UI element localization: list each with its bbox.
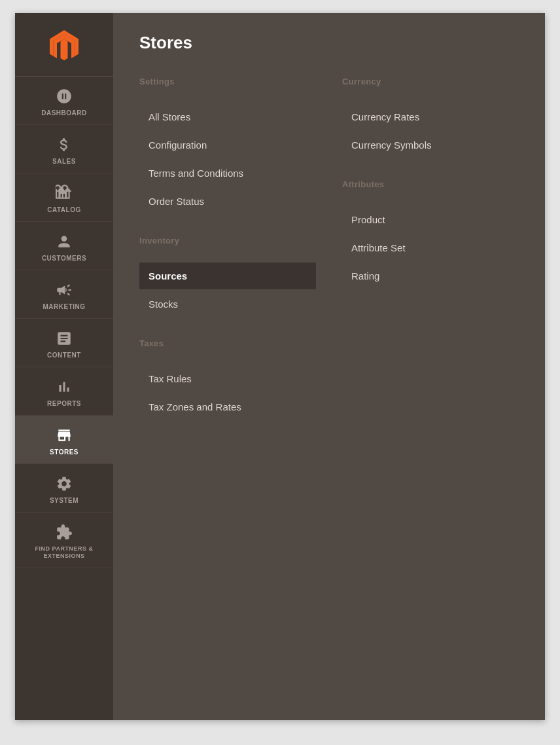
sidebar-item-catalog[interactable]: CATALOG xyxy=(15,173,113,222)
currency-header: Currency xyxy=(342,77,519,92)
menu-item-all-stores[interactable]: All Stores xyxy=(139,103,316,130)
page-title: Stores xyxy=(139,33,519,53)
menu-section-inventory: Inventory Sources Stocks xyxy=(139,236,316,318)
svg-point-0 xyxy=(63,90,65,92)
menu-column-1: Settings All Stores Configuration Terms … xyxy=(139,77,316,441)
stores-icon xyxy=(55,426,73,445)
extensions-label: FIND PARTNERS & EXTENSIONS xyxy=(20,545,108,560)
sidebar-item-marketing[interactable]: MARKETING xyxy=(15,270,113,319)
reports-label: REPORTS xyxy=(47,400,81,407)
sales-icon xyxy=(55,136,73,154)
menu-item-stocks[interactable]: Stocks xyxy=(139,291,316,318)
menu-grid: Settings All Stores Configuration Terms … xyxy=(139,77,519,441)
menu-item-tax-rules[interactable]: Tax Rules xyxy=(139,365,316,392)
content-label: CONTENT xyxy=(47,352,81,359)
settings-header: Settings xyxy=(139,77,316,92)
customers-icon xyxy=(55,232,73,251)
system-icon xyxy=(55,475,73,493)
sidebar-item-stores[interactable]: STORES xyxy=(15,416,113,464)
dashboard-label: DASHBOARD xyxy=(41,109,87,117)
sidebar-item-dashboard[interactable]: DASHBOARD xyxy=(15,77,113,125)
catalog-icon xyxy=(55,184,73,202)
svg-rect-1 xyxy=(57,191,71,192)
menu-item-tax-zones-rates[interactable]: Tax Zones and Rates xyxy=(139,393,316,420)
dashboard-icon xyxy=(55,87,73,105)
stores-label: STORES xyxy=(50,448,79,456)
inventory-header: Inventory xyxy=(139,236,316,251)
menu-item-currency-symbols[interactable]: Currency Symbols xyxy=(342,132,519,158)
menu-item-attribute-set[interactable]: Attribute Set xyxy=(342,234,519,261)
menu-section-currency: Currency Currency Rates Currency Symbols xyxy=(342,77,519,158)
magento-logo-icon xyxy=(46,27,82,64)
taxes-header: Taxes xyxy=(139,338,316,354)
sidebar-item-sales[interactable]: SALES xyxy=(15,125,113,173)
marketing-icon xyxy=(55,281,73,299)
menu-item-currency-rates[interactable]: Currency Rates xyxy=(342,103,519,130)
customers-label: CUSTOMERS xyxy=(42,255,86,262)
menu-section-taxes: Taxes Tax Rules Tax Zones and Rates xyxy=(139,338,316,420)
system-label: SYSTEM xyxy=(50,497,79,504)
menu-section-settings: Settings All Stores Configuration Terms … xyxy=(139,77,316,215)
menu-item-rating[interactable]: Rating xyxy=(342,263,519,289)
menu-column-2: Currency Currency Rates Currency Symbols… xyxy=(342,77,519,441)
extensions-icon xyxy=(55,523,73,541)
app-container: DASHBOARD SALES CATALOG CUSTOMERS xyxy=(15,13,545,720)
menu-item-order-status[interactable]: Order Status xyxy=(139,188,316,215)
sidebar-item-content[interactable]: CONTENT xyxy=(15,319,113,367)
sidebar-item-system[interactable]: SYSTEM xyxy=(15,464,113,513)
main-content: Stores Settings All Stores Configuration… xyxy=(113,13,545,720)
sidebar-item-reports[interactable]: REPORTS xyxy=(15,367,113,416)
sidebar-item-extensions[interactable]: FIND PARTNERS & EXTENSIONS xyxy=(15,513,113,568)
sidebar-item-customers[interactable]: CUSTOMERS xyxy=(15,222,113,270)
sidebar: DASHBOARD SALES CATALOG CUSTOMERS xyxy=(15,13,113,720)
menu-item-configuration[interactable]: Configuration xyxy=(139,132,316,158)
menu-item-terms-conditions[interactable]: Terms and Conditions xyxy=(139,160,316,187)
menu-item-sources[interactable]: Sources xyxy=(139,263,316,289)
catalog-label: CATALOG xyxy=(47,206,80,213)
menu-section-attributes: Attributes Product Attribute Set Rating xyxy=(342,179,519,289)
content-icon xyxy=(55,329,73,348)
sidebar-logo xyxy=(15,13,113,77)
sales-label: SALES xyxy=(52,158,76,165)
menu-item-product[interactable]: Product xyxy=(342,206,519,233)
marketing-label: MARKETING xyxy=(43,303,85,310)
reports-icon xyxy=(55,378,73,396)
attributes-header: Attributes xyxy=(342,179,519,194)
